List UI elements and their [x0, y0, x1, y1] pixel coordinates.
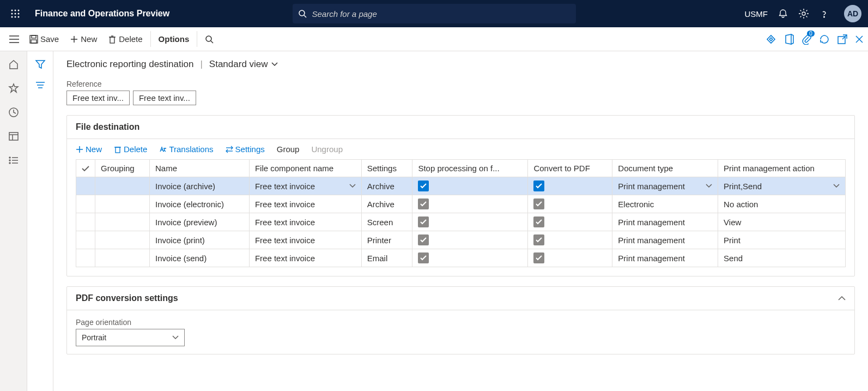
checkbox-stop[interactable]: [418, 181, 429, 191]
cell-convert[interactable]: [528, 231, 612, 249]
tb-new-button[interactable]: New: [76, 145, 102, 154]
avatar[interactable]: AD: [844, 5, 861, 22]
cell-name[interactable]: Invoice (send): [150, 249, 250, 267]
chevron-down-icon[interactable]: [349, 184, 356, 188]
col-convert[interactable]: Convert to PDF: [528, 160, 612, 177]
cell-grouping[interactable]: [95, 177, 150, 195]
cell-stop[interactable]: [412, 231, 528, 249]
row-selector[interactable]: [76, 177, 95, 195]
cell-name[interactable]: Invoice (electronic): [150, 195, 250, 213]
cell-doctype[interactable]: Print management: [612, 213, 718, 231]
cell-name[interactable]: Invoice (print): [150, 231, 250, 249]
options-button[interactable]: Options: [150, 31, 198, 47]
col-doctype[interactable]: Document type: [612, 160, 718, 177]
cell-stop[interactable]: [412, 213, 528, 231]
tb-translations-button[interactable]: Translations: [159, 145, 213, 154]
cell-convert[interactable]: [528, 177, 612, 195]
attach-icon[interactable]: 0: [802, 34, 811, 45]
close-icon[interactable]: [855, 35, 864, 44]
cell-doctype[interactable]: Print management: [612, 231, 718, 249]
cell-component[interactable]: Free text invoice: [249, 177, 361, 195]
checkbox-stop[interactable]: [418, 234, 429, 245]
cell-settings[interactable]: Archive: [361, 177, 412, 195]
checkbox-convert[interactable]: [533, 216, 544, 227]
list-icon[interactable]: [8, 155, 19, 166]
cell-pmaction[interactable]: Send: [718, 249, 846, 267]
row-selector[interactable]: [76, 249, 95, 267]
related-icon[interactable]: [35, 81, 46, 89]
chevron-down-icon[interactable]: [706, 184, 712, 188]
office-icon[interactable]: [784, 34, 794, 45]
app-launcher-icon[interactable]: [7, 5, 24, 22]
help-icon[interactable]: [819, 8, 830, 19]
save-button[interactable]: Save: [24, 31, 64, 47]
filter-icon[interactable]: [35, 59, 46, 70]
col-settings[interactable]: Settings: [361, 160, 412, 177]
tb-group-button[interactable]: Group: [277, 145, 300, 154]
cell-settings[interactable]: Printer: [361, 231, 412, 249]
col-grouping[interactable]: Grouping: [95, 160, 150, 177]
col-pmaction[interactable]: Print management action: [718, 160, 846, 177]
cell-component[interactable]: Free text invoice: [249, 249, 361, 267]
checkbox-stop[interactable]: [418, 216, 429, 227]
row-selector[interactable]: [76, 195, 95, 213]
col-select[interactable]: [76, 160, 95, 177]
col-name[interactable]: Name: [150, 160, 250, 177]
cell-doctype[interactable]: Print management: [612, 249, 718, 267]
search-input[interactable]: [293, 4, 576, 23]
clock-icon[interactable]: [8, 107, 19, 118]
workspace-icon[interactable]: [8, 131, 19, 142]
col-stop[interactable]: Stop processing on f...: [412, 160, 528, 177]
cell-grouping[interactable]: [95, 213, 150, 231]
home-icon[interactable]: [8, 59, 19, 70]
cell-stop[interactable]: [412, 177, 528, 195]
cell-grouping[interactable]: [95, 231, 150, 249]
table-row[interactable]: Invoice (print) Free text invoice Printe…: [76, 231, 846, 249]
cell-stop[interactable]: [412, 195, 528, 213]
cell-grouping[interactable]: [95, 195, 150, 213]
col-component[interactable]: File component name: [249, 160, 361, 177]
cell-doctype[interactable]: Print management: [612, 177, 718, 195]
reference-pill[interactable]: Free text inv...: [66, 91, 130, 105]
bell-icon[interactable]: [778, 8, 788, 19]
checkbox-stop[interactable]: [418, 198, 429, 209]
company-code[interactable]: USMF: [745, 9, 768, 19]
cell-component[interactable]: Free text invoice: [249, 213, 361, 231]
cell-grouping[interactable]: [95, 249, 150, 267]
cell-doctype[interactable]: Electronic: [612, 195, 718, 213]
table-row[interactable]: Invoice (electronic) Free text invoice A…: [76, 195, 846, 213]
cell-convert[interactable]: [528, 213, 612, 231]
cell-settings[interactable]: Email: [361, 249, 412, 267]
cell-pmaction[interactable]: No action: [718, 195, 846, 213]
table-row[interactable]: Invoice (archive) Free text invoice Arch…: [76, 177, 846, 195]
gear-icon[interactable]: [798, 8, 809, 19]
tb-settings-button[interactable]: Settings: [226, 145, 265, 154]
cell-convert[interactable]: [528, 195, 612, 213]
cell-settings[interactable]: Archive: [361, 195, 412, 213]
table-row[interactable]: Invoice (preview) Free text invoice Scre…: [76, 213, 846, 231]
view-selector[interactable]: Standard view: [209, 59, 278, 70]
pdf-conversion-title[interactable]: PDF conversion settings: [67, 287, 854, 310]
star-icon[interactable]: [8, 83, 19, 94]
search-action-button[interactable]: [199, 32, 219, 47]
checkbox-convert[interactable]: [533, 198, 544, 209]
collapse-icon[interactable]: [838, 296, 846, 301]
popout-icon[interactable]: [837, 34, 847, 44]
checkbox-stop[interactable]: [418, 252, 429, 263]
refresh-icon[interactable]: [819, 34, 830, 45]
cell-name[interactable]: Invoice (archive): [150, 177, 250, 195]
hamburger-icon[interactable]: [4, 35, 24, 43]
cell-settings[interactable]: Screen: [361, 213, 412, 231]
reference-pill[interactable]: Free text inv...: [133, 91, 196, 105]
delete-button[interactable]: Delete: [102, 31, 148, 47]
cell-convert[interactable]: [528, 249, 612, 267]
diamond-icon[interactable]: [766, 34, 776, 45]
cell-name[interactable]: Invoice (preview): [150, 213, 250, 231]
row-selector[interactable]: [76, 213, 95, 231]
orientation-select[interactable]: Portrait: [76, 329, 185, 346]
table-row[interactable]: Invoice (send) Free text invoice Email P…: [76, 249, 846, 267]
cell-component[interactable]: Free text invoice: [249, 231, 361, 249]
cell-pmaction[interactable]: Print,Send: [718, 177, 846, 195]
cell-stop[interactable]: [412, 249, 528, 267]
checkbox-convert[interactable]: [533, 181, 544, 191]
